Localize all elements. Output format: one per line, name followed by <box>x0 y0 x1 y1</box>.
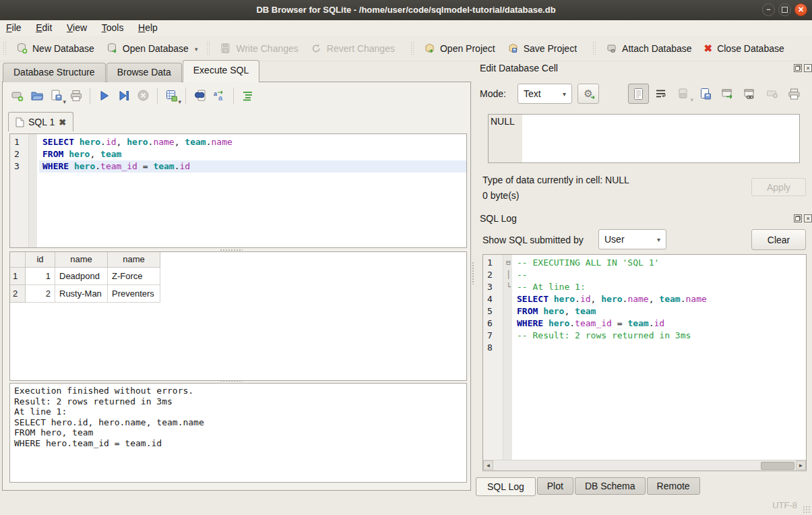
menu-edit[interactable]: Edit <box>30 20 58 35</box>
row-number[interactable]: 1 <box>10 268 26 285</box>
clear-log-button[interactable]: Clear <box>751 229 806 250</box>
message-line: FROM hero, team <box>14 427 462 438</box>
log-code-line: WHERE hero.team_id = team.id <box>513 317 806 330</box>
maximize-button[interactable] <box>778 3 791 16</box>
revert-changes-button[interactable]: Revert Changes <box>305 39 401 57</box>
sql-editor-toolbar: ▾ ▾ aa <box>8 86 257 104</box>
stop-execution-button[interactable] <box>134 86 152 104</box>
close-database-button[interactable]: ✖ Close Database <box>698 39 790 58</box>
menu-tools[interactable]: Tools <box>96 20 130 35</box>
splitter-handle[interactable] <box>220 380 243 382</box>
panel-splitter[interactable] <box>472 262 474 284</box>
corner-header[interactable] <box>10 252 26 268</box>
apply-button[interactable]: Apply <box>751 178 806 196</box>
open-sql-tab-button[interactable] <box>8 86 26 104</box>
menu-file[interactable]: File <box>0 20 28 35</box>
editor-line[interactable]: 3 WHERE hero.team_id = team.id <box>10 160 466 173</box>
scrollbar-thumb[interactable] <box>761 462 794 470</box>
editor-line[interactable]: 2 FROM hero, team <box>10 148 466 160</box>
table-cell[interactable]: Deadpond <box>55 268 108 285</box>
log-line: 7 -- Result: 2 rows returned in 3ms <box>483 330 806 342</box>
new-database-button[interactable]: New Database <box>10 39 100 57</box>
replace-button[interactable]: aa <box>210 86 228 104</box>
tab-database-structure[interactable]: Database Structure <box>3 63 106 82</box>
cell-editor[interactable]: NULL <box>488 114 800 163</box>
resize-grip[interactable] <box>803 506 811 514</box>
print-sql-button[interactable] <box>67 86 85 104</box>
open-database-button[interactable]: Open Database ▾ <box>100 39 204 57</box>
open-sql-file-button[interactable] <box>28 86 46 104</box>
mode-select[interactable]: Text ▾ <box>518 84 572 104</box>
table-cell[interactable]: 2 <box>26 285 55 303</box>
log-line: 2 │ -- <box>483 269 806 281</box>
log-filter-select[interactable]: User ▾ <box>598 229 666 249</box>
find-button[interactable] <box>191 86 209 104</box>
column-header-id[interactable]: id <box>26 252 55 268</box>
cell-set-null-button[interactable] <box>761 84 782 104</box>
close-panel-button[interactable]: ✕ <box>804 214 812 222</box>
line-number: 2 <box>10 148 29 160</box>
cell-word-wrap-button[interactable] <box>650 84 671 104</box>
encoding-indicator[interactable]: UTF-8 <box>772 500 797 510</box>
sql-tab-close-icon[interactable]: ✖ <box>59 117 66 127</box>
cell-print-button[interactable] <box>784 84 805 104</box>
message-line: SELECT hero.id, hero.name, team.name <box>14 417 462 428</box>
minimize-button[interactable]: − <box>762 3 775 16</box>
message-line: At line 1: <box>14 406 462 417</box>
execute-all-button[interactable] <box>95 86 113 104</box>
write-changes-button[interactable]: Write Changes <box>214 39 304 57</box>
save-sql-file-button[interactable]: ▾ <box>47 86 65 104</box>
scroll-right-button[interactable]: ▶ <box>796 460 806 470</box>
fold-collapse-icon[interactable]: ⊟ <box>503 257 513 269</box>
window-title: DB Browser for SQLite - /home/user/code/… <box>256 5 555 15</box>
close-button[interactable]: ✕ <box>794 3 807 16</box>
sql-editor-tab[interactable]: SQL 1 ✖ <box>8 112 73 131</box>
table-cell[interactable]: 1 <box>26 268 55 285</box>
toolbar-separator <box>157 88 158 104</box>
editor-line[interactable]: 1 SELECT hero.id, hero.name, team.name <box>10 136 466 148</box>
execute-line-button[interactable] <box>115 86 133 104</box>
menu-view[interactable]: View <box>61 20 93 35</box>
sql-tab-label: SQL 1 <box>28 117 55 127</box>
save-file-icon <box>50 89 63 102</box>
open-database-dropdown-icon[interactable]: ▾ <box>195 46 198 54</box>
save-file-dropdown-icon[interactable]: ▾ <box>63 98 66 107</box>
log-filter-label: Show SQL submitted by <box>482 235 584 245</box>
table-cell[interactable]: Preventers <box>108 285 160 303</box>
horizontal-scrollbar[interactable]: ◀ ▶ <box>483 460 806 471</box>
column-header-name2[interactable]: name <box>108 252 160 268</box>
save-results-dropdown-icon[interactable]: ▾ <box>178 98 181 107</box>
table-cell[interactable]: Z-Force <box>108 268 160 285</box>
cell-open-in-app-button[interactable] <box>717 84 738 104</box>
sql-log-view[interactable]: 1 ⊟ -- EXECUTING ALL IN 'SQL 1' 2 │ -- 3… <box>482 254 807 471</box>
float-panel-button[interactable] <box>794 64 802 72</box>
log-line: 3 └ -- At line 1: <box>483 281 806 293</box>
tab-execute-sql[interactable]: Execute SQL <box>183 60 260 82</box>
scroll-left-button[interactable]: ◀ <box>483 460 493 470</box>
auto-mode-button[interactable]: ⚙ <box>577 84 599 104</box>
cell-link-button[interactable] <box>739 84 760 104</box>
close-panel-button[interactable]: ✕ <box>804 64 812 72</box>
menu-help[interactable]: Help <box>132 20 164 35</box>
column-header-name[interactable]: name <box>55 252 108 268</box>
save-results-button[interactable]: ▾ <box>162 86 181 104</box>
dock-tab-db-schema[interactable]: DB Schema <box>575 477 646 495</box>
cell-import-button[interactable]: ▾ <box>673 84 693 104</box>
toolbar-separator <box>185 88 186 104</box>
sql-editor[interactable]: 1 SELECT hero.id, hero.name, team.name 2… <box>9 133 467 248</box>
cell-export-button[interactable] <box>695 84 716 104</box>
open-project-button[interactable]: Open Project <box>418 39 501 57</box>
dock-tab-plot[interactable]: Plot <box>537 477 573 495</box>
table-cell[interactable]: Rusty-Man <box>55 285 108 303</box>
mode-label: Mode: <box>480 88 506 99</box>
row-number[interactable]: 2 <box>10 285 26 303</box>
cell-text-mode-button[interactable] <box>628 84 649 104</box>
float-panel-button[interactable] <box>794 214 802 222</box>
tab-browse-data[interactable]: Browse Data <box>106 63 182 82</box>
dock-tab-remote[interactable]: Remote <box>647 477 700 495</box>
dock-tab-sql-log[interactable]: SQL Log <box>476 477 536 496</box>
attach-database-button[interactable]: Attach Database <box>600 39 698 57</box>
format-sql-button[interactable] <box>239 86 257 104</box>
float-icon2 <box>795 216 800 221</box>
save-project-button[interactable]: Save Project <box>501 39 583 57</box>
